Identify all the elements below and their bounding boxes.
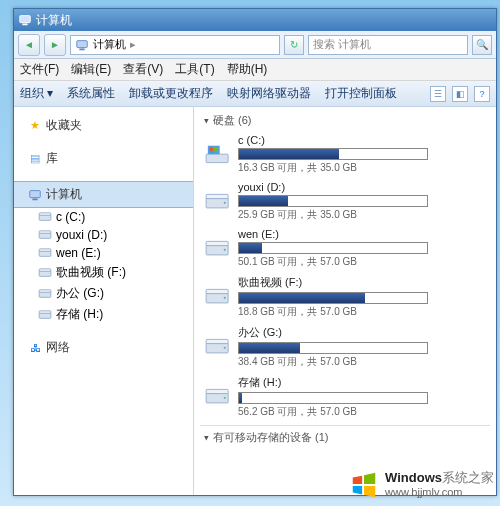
drive-icon <box>38 266 52 280</box>
sidebar-computer[interactable]: 计算机 <box>14 181 193 208</box>
drive-icon <box>204 386 232 408</box>
drive-icon <box>204 336 232 358</box>
svg-rect-1 <box>22 24 27 26</box>
svg-rect-11 <box>39 249 51 252</box>
windows-logo-icon <box>349 470 379 500</box>
svg-point-28 <box>224 248 226 250</box>
menu-help[interactable]: 帮助(H) <box>227 61 268 78</box>
drive-free-text: 56.2 GB 可用，共 57.0 GB <box>238 405 486 419</box>
drive-icon <box>38 228 52 242</box>
computer-icon <box>18 13 32 27</box>
svg-marker-39 <box>364 473 375 484</box>
toolbar-organize[interactable]: 组织 ▾ <box>20 85 53 102</box>
svg-rect-21 <box>214 147 217 150</box>
sidebar-drive-item[interactable]: 办公 (G:) <box>14 283 193 304</box>
toolbar-uninstall[interactable]: 卸载或更改程序 <box>129 85 213 102</box>
svg-rect-13 <box>39 268 51 271</box>
sidebar-drive-label: wen (E:) <box>56 246 101 260</box>
svg-rect-17 <box>39 310 51 313</box>
drive-free-text: 18.8 GB 可用，共 57.0 GB <box>238 305 486 319</box>
sidebar-drive-label: 办公 (G:) <box>56 285 104 302</box>
drive-icon <box>204 238 232 260</box>
menu-tools[interactable]: 工具(T) <box>175 61 214 78</box>
svg-point-31 <box>224 297 226 299</box>
sidebar-drive-label: 存储 (H:) <box>56 306 103 323</box>
svg-rect-7 <box>39 213 51 216</box>
computer-icon <box>28 188 42 202</box>
sidebar-drive-item[interactable]: c (C:) <box>14 208 193 226</box>
star-icon: ★ <box>28 119 42 133</box>
drive-name: 歌曲视频 (F:) <box>238 275 486 290</box>
sidebar: ★ 收藏夹 ▤ 库 计算机 c (C:)youxi (D:)wen (E:)歌曲… <box>14 107 194 495</box>
library-icon: ▤ <box>28 152 42 166</box>
sidebar-drive-label: youxi (D:) <box>56 228 107 242</box>
network-icon: 🖧 <box>28 341 42 355</box>
toolbar-controlpanel[interactable]: 打开控制面板 <box>325 85 397 102</box>
svg-point-25 <box>224 201 226 203</box>
view-options-icon[interactable]: ☰ <box>430 86 446 102</box>
drive-item[interactable]: 存储 (H:)56.2 GB 可用，共 57.0 GB <box>200 373 490 423</box>
drive-item[interactable]: youxi (D:)25.9 GB 可用，共 35.0 GB <box>200 179 490 226</box>
sidebar-drive-label: 歌曲视频 (F:) <box>56 264 126 281</box>
refresh-button[interactable]: ↻ <box>284 35 304 55</box>
menubar: 文件(F) 编辑(E) 查看(V) 工具(T) 帮助(H) <box>14 59 496 81</box>
forward-button[interactable]: ► <box>44 34 66 56</box>
sidebar-drive-item[interactable]: youxi (D:) <box>14 226 193 244</box>
drive-free-text: 38.4 GB 可用，共 57.0 GB <box>238 355 486 369</box>
menu-view[interactable]: 查看(V) <box>123 61 163 78</box>
search-button[interactable]: 🔍 <box>472 35 492 55</box>
svg-rect-9 <box>39 231 51 234</box>
menu-file[interactable]: 文件(F) <box>20 61 59 78</box>
titlebar[interactable]: 计算机 <box>14 9 496 31</box>
section-drives[interactable]: 硬盘 (6) <box>200 111 490 132</box>
section-removable[interactable]: 有可移动存储的设备 (1) <box>200 425 490 449</box>
svg-point-34 <box>224 347 226 349</box>
drive-icon <box>38 210 52 224</box>
drive-icon <box>204 144 232 166</box>
drive-name: 存储 (H:) <box>238 375 486 390</box>
toolbar-sysprops[interactable]: 系统属性 <box>67 85 115 102</box>
help-icon[interactable]: ? <box>474 86 490 102</box>
preview-pane-icon[interactable]: ◧ <box>452 86 468 102</box>
drive-usage-bar <box>238 195 428 207</box>
navbar: ◄ ► 计算机 ▸ ↻ 搜索 计算机 🔍 <box>14 31 496 59</box>
svg-rect-27 <box>206 241 228 245</box>
svg-rect-36 <box>206 389 228 393</box>
drive-free-text: 50.1 GB 可用，共 57.0 GB <box>238 255 486 269</box>
watermark: Windows系统之家 www.bjjmlv.com <box>349 470 494 500</box>
svg-rect-3 <box>79 48 84 50</box>
toolbar-mapdrive[interactable]: 映射网络驱动器 <box>227 85 311 102</box>
drive-item[interactable]: 歌曲视频 (F:)18.8 GB 可用，共 57.0 GB <box>200 273 490 323</box>
back-button[interactable]: ◄ <box>18 34 40 56</box>
search-input[interactable]: 搜索 计算机 <box>308 35 468 55</box>
svg-marker-40 <box>353 486 362 494</box>
svg-rect-18 <box>206 154 228 162</box>
breadcrumb[interactable]: 计算机 <box>93 37 126 52</box>
drive-panel: 硬盘 (6) c (C:)16.3 GB 可用，共 35.0 GByouxi (… <box>194 107 496 495</box>
drive-item[interactable]: c (C:)16.3 GB 可用，共 35.0 GB <box>200 132 490 179</box>
sidebar-network[interactable]: 🖧 网络 <box>14 335 193 360</box>
drive-name: youxi (D:) <box>238 181 486 193</box>
drive-icon <box>38 287 52 301</box>
drive-usage-bar <box>238 148 428 160</box>
drive-item[interactable]: wen (E:)50.1 GB 可用，共 57.0 GB <box>200 226 490 273</box>
svg-rect-20 <box>210 147 213 150</box>
drive-free-text: 16.3 GB 可用，共 35.0 GB <box>238 161 486 175</box>
sidebar-drive-item[interactable]: 歌曲视频 (F:) <box>14 262 193 283</box>
drive-free-text: 25.9 GB 可用，共 35.0 GB <box>238 208 486 222</box>
drive-name: c (C:) <box>238 134 486 146</box>
sidebar-libraries[interactable]: ▤ 库 <box>14 146 193 171</box>
drive-icon <box>204 191 232 213</box>
sidebar-drive-item[interactable]: wen (E:) <box>14 244 193 262</box>
address-bar[interactable]: 计算机 ▸ <box>70 35 280 55</box>
svg-rect-30 <box>206 289 228 293</box>
chevron-right-icon[interactable]: ▸ <box>130 38 136 51</box>
drive-item[interactable]: 办公 (G:)38.4 GB 可用，共 57.0 GB <box>200 323 490 373</box>
svg-rect-5 <box>32 198 37 200</box>
svg-marker-38 <box>353 476 362 484</box>
drive-icon <box>38 246 52 260</box>
sidebar-drive-label: c (C:) <box>56 210 85 224</box>
sidebar-drive-item[interactable]: 存储 (H:) <box>14 304 193 325</box>
menu-edit[interactable]: 编辑(E) <box>71 61 111 78</box>
sidebar-favorites[interactable]: ★ 收藏夹 <box>14 113 193 138</box>
